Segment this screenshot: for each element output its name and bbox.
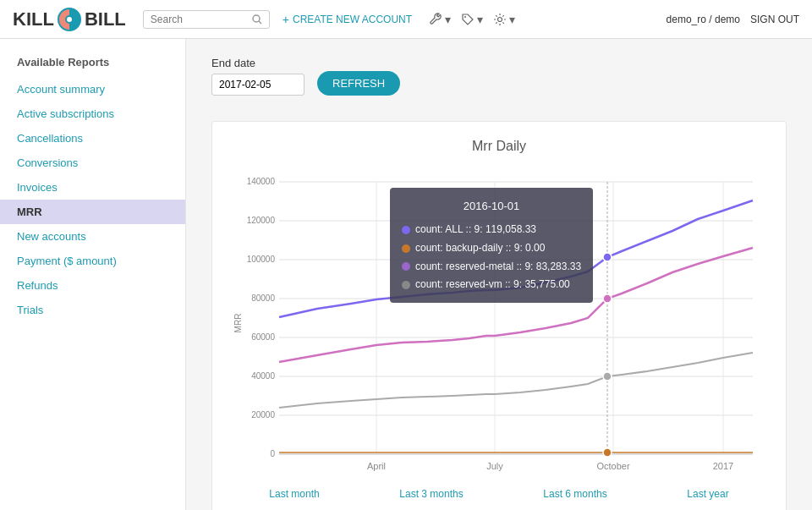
search-icon [252, 14, 262, 25]
plus-icon: + [283, 13, 289, 26]
header: KILL BILL + CREATE NEW ACCOUNT ▾ [0, 0, 812, 39]
svg-text:40000: 40000 [251, 371, 275, 381]
sidebar-item-new-accounts[interactable]: New accounts [0, 224, 185, 249]
gear-dropdown-icon: ▾ [509, 13, 515, 26]
chart-title: Mrr Daily [221, 139, 777, 154]
create-account-button[interactable]: + CREATE NEW ACCOUNT [283, 13, 412, 26]
time-range-last-year[interactable]: Last year [687, 488, 728, 500]
sidebar-item-conversions[interactable]: Conversions [0, 151, 185, 175]
refresh-button[interactable]: REFRESH [317, 71, 400, 96]
svg-text:20000: 20000 [251, 410, 275, 420]
wrench-button[interactable]: ▾ [429, 13, 451, 26]
svg-text:July: July [486, 461, 503, 471]
time-range-last-3-months[interactable]: Last 3 months [399, 488, 463, 500]
sidebar-section-title: Available Reports [0, 56, 185, 77]
sidebar-item-trials[interactable]: Trials [0, 298, 185, 322]
dot-all [603, 253, 612, 261]
sidebar-item-refunds[interactable]: Refunds [0, 273, 185, 298]
svg-text:2017: 2017 [713, 461, 733, 471]
chart-svg: MRR 0 20000 40000 60000 80000 100000 [221, 167, 777, 480]
main-content: End date REFRESH Mrr Daily MRR 0 20000 [186, 39, 812, 510]
tag-button[interactable]: ▾ [461, 13, 483, 26]
date-label: End date [211, 57, 304, 69]
time-range-last-month[interactable]: Last month [269, 488, 319, 500]
search-input[interactable] [151, 14, 252, 25]
svg-text:MRR: MRR [233, 314, 243, 333]
svg-text:140000: 140000 [247, 177, 276, 186]
header-right: demo_ro / demo SIGN OUT [667, 14, 799, 25]
svg-text:0: 0 [270, 449, 275, 458]
gear-button[interactable]: ▾ [493, 13, 515, 26]
svg-point-0 [253, 15, 260, 22]
svg-text:60000: 60000 [251, 332, 275, 342]
dot-backup [603, 448, 612, 457]
sidebar: Available Reports Account summary Active… [0, 39, 186, 510]
date-filter-inner: End date [211, 57, 304, 96]
sidebar-item-mrr[interactable]: MRR [0, 200, 185, 224]
signout-button[interactable]: SIGN OUT [750, 14, 799, 25]
chart-svg-area: MRR 0 20000 40000 60000 80000 100000 [221, 167, 777, 480]
logo-text-bill: BILL [85, 8, 126, 30]
tag-dropdown-icon: ▾ [477, 13, 483, 26]
date-filter: End date REFRESH [211, 56, 787, 96]
sidebar-item-active-subscriptions[interactable]: Active subscriptions [0, 101, 185, 126]
svg-line-1 [259, 21, 261, 24]
create-account-label: CREATE NEW ACCOUNT [293, 14, 412, 25]
time-range-last-6-months[interactable]: Last 6 months [543, 488, 606, 500]
date-input[interactable] [211, 74, 304, 96]
sidebar-item-cancellations[interactable]: Cancellations [0, 126, 185, 151]
sidebar-item-account-summary[interactable]: Account summary [0, 77, 185, 101]
logo-icon [58, 8, 81, 31]
svg-point-2 [464, 16, 466, 18]
search-box[interactable] [143, 10, 270, 29]
wrench-dropdown-icon: ▾ [445, 13, 451, 26]
chart-container: Mrr Daily MRR 0 20000 40000 60000 [211, 121, 787, 510]
dot-metal [603, 294, 612, 303]
sidebar-item-payment[interactable]: Payment ($ amount) [0, 249, 185, 273]
svg-point-3 [498, 17, 502, 21]
svg-text:120000: 120000 [247, 216, 276, 225]
user-label: demo_ro / demo [667, 14, 740, 25]
svg-text:80000: 80000 [251, 293, 275, 303]
header-icons: ▾ ▾ ▾ [429, 13, 515, 26]
main-layout: Available Reports Account summary Active… [0, 39, 812, 510]
svg-text:100000: 100000 [247, 255, 276, 264]
dot-vm [603, 372, 612, 381]
svg-text:April: April [367, 461, 386, 471]
sidebar-item-invoices[interactable]: Invoices [0, 175, 185, 200]
logo: KILL BILL [13, 8, 126, 31]
svg-text:October: October [596, 461, 629, 471]
time-ranges: Last month Last 3 months Last 6 months L… [221, 488, 777, 500]
logo-text-kill: KILL [13, 8, 54, 30]
